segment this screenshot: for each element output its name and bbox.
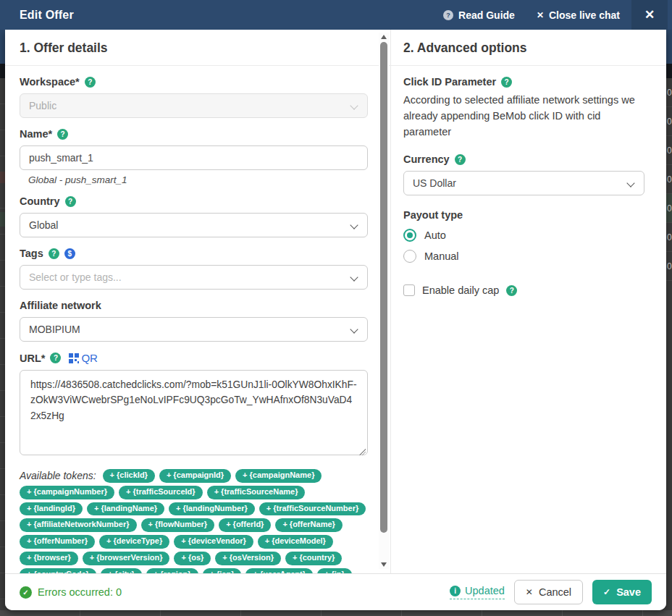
- country-label: Country: [20, 195, 60, 207]
- country-field: Country ? Global: [14, 195, 368, 237]
- token-pill[interactable]: + {landingNumber}: [169, 502, 255, 516]
- background-table-cell: 0: [666, 252, 672, 281]
- token-pill[interactable]: + {offerId}: [219, 518, 271, 532]
- enable-daily-cap-option[interactable]: Enable daily cap ?: [403, 284, 644, 296]
- token-pill[interactable]: + {campaignNumber}: [20, 486, 114, 499]
- url-textarea[interactable]: https://4836508.catchedclicks.com/?mob=k…: [20, 370, 368, 455]
- scroll-down-arrow[interactable]: [381, 562, 387, 567]
- name-helper-text: Global - push_smart_1: [28, 174, 368, 185]
- help-icon[interactable]: ?: [85, 77, 96, 88]
- token-pill[interactable]: + {isp}: [203, 568, 242, 574]
- token-pill[interactable]: + {clickId}: [103, 469, 155, 483]
- left-panel-scrollbar[interactable]: [379, 33, 389, 569]
- chevron-down-icon: [350, 101, 358, 109]
- token-pill[interactable]: + {countryCode}: [20, 568, 96, 574]
- paid-feature-icon[interactable]: $: [64, 248, 75, 259]
- close-live-chat-button[interactable]: ✕ Close live chat: [537, 9, 620, 21]
- token-pill[interactable]: + {deviceType}: [99, 535, 169, 549]
- help-icon[interactable]: ?: [506, 285, 517, 296]
- available-tokens-label: Available tokens:: [20, 470, 96, 481]
- updated-link[interactable]: i Updated: [450, 585, 505, 599]
- token-pill[interactable]: + {trafficSourceName}: [207, 486, 306, 499]
- chevron-down-icon: [350, 325, 358, 333]
- tags-select[interactable]: Select or type tags...: [20, 265, 368, 290]
- affiliate-network-select[interactable]: MOBIPIUM: [20, 317, 368, 342]
- checkbox-icon: [403, 284, 415, 296]
- background-table-values: 0000000: [666, 78, 672, 281]
- background-table-rows: [0, 78, 5, 610]
- background-table-header: [666, 64, 672, 78]
- currency-value: US Dollar: [413, 177, 456, 189]
- token-pill[interactable]: + {landingId}: [20, 502, 83, 516]
- country-select[interactable]: Global: [20, 213, 368, 237]
- url-field: URL* ? QR: [14, 352, 368, 458]
- workspace-select: Public: [20, 93, 368, 118]
- token-pill[interactable]: + {osVersion}: [215, 552, 281, 565]
- token-pill[interactable]: + {campaignId}: [159, 469, 231, 483]
- check-icon: ✓: [603, 587, 610, 597]
- help-icon[interactable]: ?: [501, 77, 512, 88]
- name-label: Name*: [20, 128, 52, 140]
- divider: [5, 65, 390, 66]
- token-pill[interactable]: + {offerName}: [275, 518, 342, 532]
- background-table-header: [0, 64, 5, 78]
- tags-placeholder: Select or type tags...: [29, 271, 122, 283]
- save-button[interactable]: ✓ Save: [592, 580, 652, 604]
- token-pill[interactable]: + {flowNumber}: [141, 518, 215, 532]
- token-pill[interactable]: + {browserVersion}: [83, 552, 170, 565]
- background-navy-bar: [0, 30, 5, 64]
- currency-label: Currency: [403, 153, 450, 165]
- radio-icon: [403, 229, 416, 242]
- token-pill[interactable]: + {city}: [101, 568, 142, 574]
- name-input[interactable]: [20, 145, 368, 170]
- resize-handle[interactable]: [359, 449, 366, 455]
- click-id-parameter-label: Click ID Parameter: [403, 76, 496, 88]
- help-icon[interactable]: ?: [49, 248, 59, 259]
- token-pill[interactable]: + {affiliateNetworkNumber}: [20, 518, 137, 532]
- token-pill[interactable]: + {landingName}: [87, 502, 164, 516]
- help-icon[interactable]: ?: [65, 196, 76, 207]
- divider: [391, 65, 666, 66]
- payout-auto-option[interactable]: Auto: [403, 229, 644, 242]
- errors-text: Errors occurred: 0: [38, 586, 122, 598]
- chevron-down-icon: [350, 221, 358, 229]
- country-value: Global: [29, 219, 58, 231]
- workspace-label: Workspace*: [20, 76, 80, 88]
- token-pill[interactable]: + {os}: [174, 552, 211, 565]
- scroll-up-arrow[interactable]: [381, 35, 387, 39]
- close-modal-button[interactable]: ✕: [631, 0, 668, 30]
- background-navy-bar: [666, 30, 672, 64]
- background-page-right-strip: 0000000: [666, 30, 672, 616]
- scrollbar-thumb[interactable]: [380, 42, 387, 533]
- qr-code-button[interactable]: QR: [69, 352, 98, 364]
- token-pill[interactable]: + {userAgent}: [245, 568, 312, 574]
- x-icon: ✕: [526, 587, 533, 597]
- modal-footer: ✓ Errors occurred: 0 i Updated ✕ Cancel …: [5, 573, 666, 610]
- close-icon: ✕: [644, 7, 655, 22]
- offer-details-heading: 1. Offer details: [14, 38, 368, 56]
- token-pill[interactable]: + {deviceModel}: [258, 535, 333, 549]
- token-pill[interactable]: + {browser}: [20, 552, 78, 565]
- radio-icon: [403, 250, 416, 263]
- token-pill[interactable]: + {country}: [285, 552, 342, 565]
- token-pill[interactable]: + {trafficSourceNumber}: [259, 502, 366, 516]
- payout-manual-option[interactable]: Manual: [403, 250, 644, 263]
- background-red-row: [0, 172, 5, 183]
- help-circle-icon: ?: [443, 10, 453, 20]
- help-icon[interactable]: ?: [57, 129, 68, 140]
- token-pill[interactable]: + {trafficSourceId}: [119, 486, 203, 499]
- token-pill[interactable]: + {offerNumber}: [20, 535, 95, 549]
- cancel-button[interactable]: ✕ Cancel: [514, 580, 583, 604]
- token-pill[interactable]: + {ip}: [317, 568, 352, 574]
- edit-offer-modal-screen: 0000000 Edit Offer ? Read Guide ✕ Close …: [0, 0, 672, 616]
- help-icon[interactable]: ?: [455, 154, 466, 165]
- token-pill[interactable]: + {campaignName}: [235, 469, 322, 483]
- background-table-cell: 0: [666, 165, 672, 194]
- workspace-field: Workspace* ? Public: [14, 76, 368, 118]
- read-guide-button[interactable]: ? Read Guide: [443, 9, 515, 21]
- token-pill[interactable]: + {region}: [146, 568, 198, 574]
- token-pill[interactable]: + {deviceVendor}: [174, 535, 253, 549]
- help-icon[interactable]: ?: [50, 353, 61, 363]
- currency-select[interactable]: US Dollar: [403, 171, 644, 195]
- background-green-row: [0, 212, 5, 227]
